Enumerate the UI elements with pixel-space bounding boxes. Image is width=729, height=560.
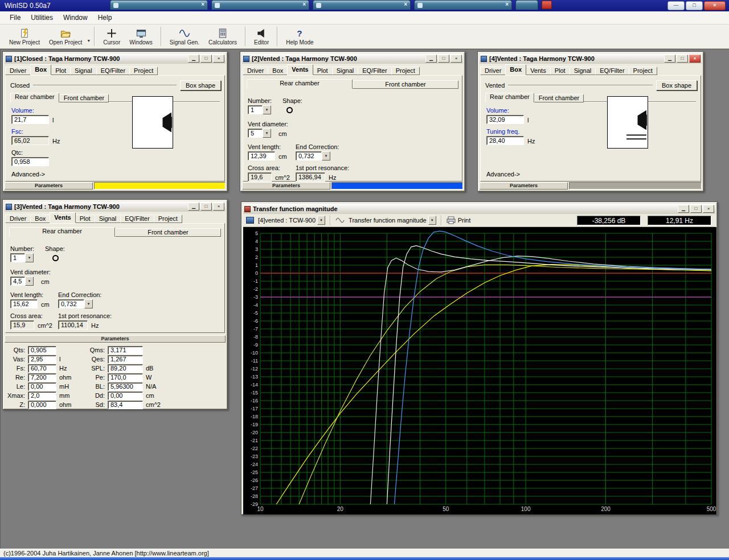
background-tab[interactable]: × [313, 0, 411, 10]
vent-length-field[interactable]: 12,39 [248, 151, 275, 160]
tab-project[interactable]: Project [129, 67, 158, 75]
fs-field[interactable]: 60,70 [28, 364, 56, 373]
parameters-header[interactable]: Parameters [5, 182, 93, 190]
tab-signal[interactable]: Signal [70, 67, 97, 75]
number-select[interactable]: 1 ▼ [10, 253, 34, 262]
qes-field[interactable]: 1,267 [108, 355, 143, 364]
close-button[interactable]: × [213, 55, 224, 63]
tab-project[interactable]: Project [154, 215, 182, 223]
app-close-button[interactable]: × [704, 1, 726, 10]
chevron-down-icon[interactable]: ▼ [317, 216, 325, 225]
end-correction-select[interactable]: 0,732 ▼ [296, 151, 330, 160]
transfer-function-chart[interactable]: -29-28-27-26-25-24-23-22-21-20-19-18-17-… [243, 227, 716, 514]
maximize-button[interactable]: □ [690, 205, 702, 213]
tab-plot[interactable]: Plot [550, 67, 570, 75]
tab-vents[interactable]: Vents [287, 64, 313, 75]
maximize-button[interactable]: □ [200, 203, 212, 211]
menu-help[interactable]: Help [93, 12, 117, 23]
sd-field[interactable]: 83,4 [108, 401, 143, 409]
dd-field[interactable]: 0,00 [108, 392, 143, 400]
vent-length-field[interactable]: 15,62 [10, 299, 38, 308]
tab-box[interactable]: Box [30, 64, 51, 75]
signal-gen-button[interactable]: Signal Gen. [165, 27, 204, 47]
tab-project[interactable]: Project [629, 67, 657, 75]
chevron-down-icon[interactable]: ▼ [25, 253, 34, 262]
print-button[interactable]: Print [458, 217, 471, 224]
series-color-bar[interactable] [331, 182, 463, 190]
window-titlebar[interactable]: [1]Closed : Taga Harmony TCW-900 ▁ □ × [5, 53, 226, 64]
tab-close-icon[interactable]: × [302, 1, 306, 7]
tab-plot[interactable]: Plot [51, 67, 71, 75]
close-button[interactable]: × [703, 205, 714, 213]
tab-eq-filter[interactable]: EQ/Filter [120, 215, 154, 223]
project-selector[interactable]: [4]vented : TCW-900 ▼ [256, 216, 325, 225]
background-tab[interactable]: × [110, 0, 208, 10]
tab-project[interactable]: Project [391, 67, 420, 75]
close-button[interactable]: × [689, 55, 701, 63]
tab-signal[interactable]: Signal [570, 67, 596, 75]
app-maximize-button[interactable]: □ [686, 1, 703, 10]
qtc-field[interactable]: 0,958 [11, 157, 49, 166]
spl-field[interactable]: 89,20 [108, 364, 143, 373]
volume-field[interactable]: 32,09 [486, 115, 524, 124]
menu-window[interactable]: Window [58, 12, 93, 23]
calculators-button[interactable]: Calculators [204, 27, 241, 47]
window-titlebar[interactable]: Transfer function magnitude ▁ □ × [243, 204, 715, 214]
circle-shape-icon[interactable] [286, 107, 293, 113]
window-titlebar[interactable]: [4]Vented : Taga Harmony TCW-900 ▁ □ × [480, 53, 702, 64]
parameters-header[interactable]: Parameters [242, 182, 330, 190]
tab-close-icon[interactable]: × [201, 1, 204, 7]
tab-plot[interactable]: Plot [313, 67, 333, 75]
minimize-button[interactable]: ▁ [678, 205, 689, 213]
new-project-button[interactable]: New Project [5, 27, 44, 47]
window-titlebar[interactable]: [2]Vented : Taga Harmony TCW-900 ▁ □ × [242, 53, 463, 64]
box-shape-button[interactable]: Box shape [656, 80, 697, 90]
tab-plot[interactable]: Plot [75, 215, 95, 223]
tab-box[interactable]: Box [505, 64, 526, 75]
chamber-tab-front[interactable]: Front chamber [353, 80, 458, 89]
cursor-button[interactable]: Cursor [99, 27, 125, 47]
chart-canvas[interactable]: -29-28-27-26-25-24-23-22-21-20-19-18-17-… [243, 227, 716, 514]
tab-close-icon[interactable]: × [505, 1, 509, 7]
qms-field[interactable]: 3,171 [108, 346, 143, 355]
tab-driver[interactable]: Driver [5, 215, 31, 223]
parameters-header[interactable]: Parameters [5, 335, 226, 343]
windows-button[interactable]: Windows [125, 27, 157, 47]
z-field[interactable]: 0,000 [28, 401, 56, 409]
pe-field[interactable]: 170,0 [108, 373, 143, 382]
chamber-tab-rear[interactable]: Rear chamber [485, 93, 534, 102]
close-button[interactable]: × [450, 55, 462, 63]
view-selector[interactable]: Transfer function magnitude ▼ [347, 216, 436, 225]
advanced-button[interactable]: Advanced-> [11, 171, 45, 178]
circle-shape-icon[interactable] [52, 255, 59, 261]
chamber-tab-front[interactable]: Front chamber [115, 228, 221, 237]
parameters-header[interactable]: Parameters [480, 182, 568, 190]
menu-file[interactable]: File [5, 12, 26, 23]
box-shape-button[interactable]: Box shape [180, 80, 221, 90]
tab-eq-filter[interactable]: EQ/Filter [595, 67, 629, 75]
chamber-tab-rear[interactable]: Rear chamber [10, 93, 59, 102]
tab-driver[interactable]: Driver [243, 67, 268, 75]
re-field[interactable]: 7,200 [28, 373, 56, 382]
chamber-tab-front[interactable]: Front chamber [534, 94, 584, 102]
open-project-button[interactable]: Open Project [44, 27, 87, 47]
tab-eq-filter[interactable]: EQ/Filter [96, 67, 130, 75]
help-mode-button[interactable]: ? Help Mode [281, 27, 318, 47]
tuning-freq-field[interactable]: 28,40 [486, 136, 524, 145]
background-tab[interactable]: × [211, 0, 309, 10]
xmax-field[interactable]: 2,0 [28, 392, 56, 400]
chamber-tab-front[interactable]: Front chamber [59, 94, 109, 102]
chevron-down-icon[interactable]: ▼ [84, 299, 93, 308]
tab-driver[interactable]: Driver [5, 67, 31, 75]
tab-eq-filter[interactable]: EQ/Filter [358, 67, 391, 75]
advanced-button[interactable]: Advanced-> [486, 171, 520, 178]
tab-box[interactable]: Box [268, 67, 288, 75]
minimize-button[interactable]: ▁ [425, 55, 437, 63]
tab-driver[interactable]: Driver [480, 67, 506, 75]
window-titlebar[interactable]: [3]Vented : Taga Harmony TCW-900 ▁ □ × [5, 201, 226, 212]
minimize-button[interactable]: ▁ [188, 55, 199, 63]
le-field[interactable]: 0,00 [28, 382, 56, 391]
chamber-tab-rear[interactable]: Rear chamber [247, 79, 353, 89]
maximize-button[interactable]: □ [677, 55, 688, 63]
chevron-down-icon[interactable]: ▼ [322, 151, 330, 160]
